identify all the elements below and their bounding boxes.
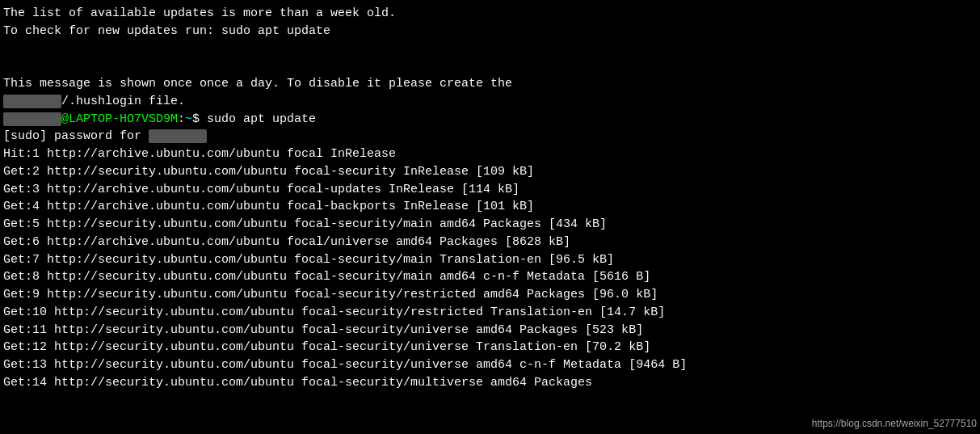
get-14: Get:14 http://security.ubuntu.com/ubuntu…: [3, 374, 977, 392]
prompt-host: @LAPTOP-HO7VSD9M: [61, 112, 178, 126]
watermark: https://blog.csdn.net/weixin_52777510: [812, 417, 977, 431]
terminal: The list of available updates is more th…: [0, 0, 980, 434]
hushlogin-text: /.hushlogin file.: [61, 95, 185, 108]
command-text: sudo apt update: [207, 112, 316, 126]
get-3: Get:3 http://archive.ubuntu.com/ubuntu f…: [3, 181, 977, 199]
sudo-password-line: [sudo] password for: [3, 128, 977, 145]
hit-1: Hit:1 http://archive.ubuntu.com/ubuntu f…: [3, 145, 977, 163]
blurred-path: [3, 95, 61, 108]
blank-1: [3, 40, 977, 58]
get-11: Get:11 http://security.ubuntu.com/ubuntu…: [3, 322, 977, 339]
get-2: Get:2 http://security.ubuntu.com/ubuntu …: [3, 163, 977, 181]
blurred-username: [149, 129, 207, 143]
line-1: The list of available updates is more th…: [3, 5, 977, 23]
line-2: To check for new updates run: sudo apt u…: [3, 23, 977, 40]
get-7: Get:7 http://security.ubuntu.com/ubuntu …: [3, 251, 977, 269]
get-10: Get:10 http://security.ubuntu.com/ubuntu…: [3, 304, 977, 322]
get-4: Get:4 http://archive.ubuntu.com/ubuntu f…: [3, 198, 977, 216]
prompt-tilde: ~: [185, 112, 192, 126]
get-12: Get:12 http://security.ubuntu.com/ubuntu…: [3, 339, 977, 356]
blank-2: [3, 57, 977, 75]
prompt-colon: :: [178, 112, 185, 126]
get-6: Get:6 http://archive.ubuntu.com/ubuntu f…: [3, 234, 977, 251]
get-8: Get:8 http://security.ubuntu.com/ubuntu …: [3, 268, 977, 286]
get-13: Get:13 http://security.ubuntu.com/ubuntu…: [3, 356, 977, 374]
blurred-user: [3, 112, 61, 126]
line-5: This message is shown once once a day. T…: [3, 75, 977, 93]
prompt-dollar: $: [192, 112, 207, 126]
prompt-line: @LAPTOP-HO7VSD9M:~$ sudo apt update: [3, 111, 977, 129]
get-5: Get:5 http://security.ubuntu.com/ubuntu …: [3, 216, 977, 234]
get-9: Get:9 http://security.ubuntu.com/ubuntu …: [3, 286, 977, 304]
line-6: /.hushlogin file.: [3, 93, 977, 111]
